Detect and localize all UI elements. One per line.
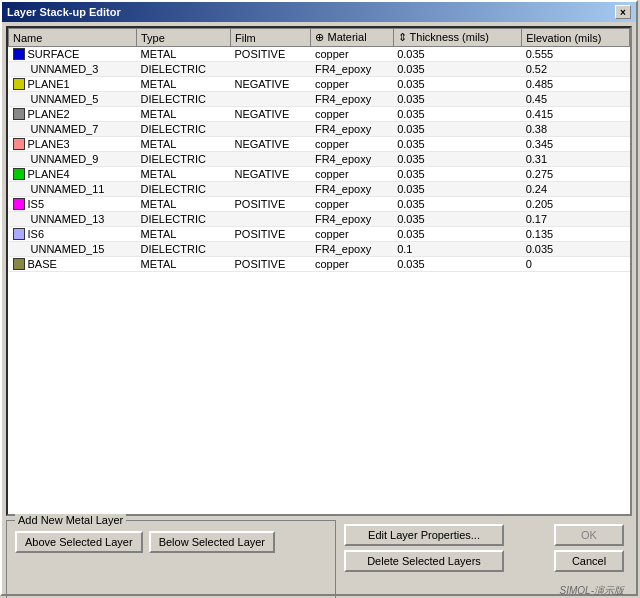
layer-type: DIELECTRIC <box>137 212 231 227</box>
col-header-material: ⊕ Material <box>311 29 393 47</box>
layer-material: copper <box>311 227 393 242</box>
layer-film <box>230 92 310 107</box>
table-row[interactable]: PLANE1METALNEGATIVEcopper0.0350.485 <box>9 77 630 92</box>
layer-material: FR4_epoxy <box>311 212 393 227</box>
table-body: SURFACEMETALPOSITIVEcopper0.0350.555UNNA… <box>9 47 630 272</box>
layer-thickness: 0.035 <box>393 257 521 272</box>
layer-type: METAL <box>137 197 231 212</box>
layer-film: NEGATIVE <box>230 77 310 92</box>
edit-properties-button[interactable]: Edit Layer Properties... <box>344 524 504 546</box>
layer-thickness: 0.035 <box>393 182 521 197</box>
layer-type: METAL <box>137 167 231 182</box>
layer-film: POSITIVE <box>230 227 310 242</box>
below-selected-button[interactable]: Below Selected Layer <box>149 531 275 553</box>
layer-material: FR4_epoxy <box>311 182 393 197</box>
ok-cancel-buttons: OK Cancel <box>554 524 624 572</box>
layer-name: IS5 <box>28 198 45 210</box>
layer-film: POSITIVE <box>230 47 310 62</box>
layer-material: FR4_epoxy <box>311 92 393 107</box>
layer-thickness: 0.035 <box>393 47 521 62</box>
layer-elevation: 0 <box>522 257 630 272</box>
layer-name: UNNAMED_13 <box>31 213 105 225</box>
layer-film <box>230 182 310 197</box>
layer-name: PLANE2 <box>28 108 70 120</box>
layer-thickness: 0.035 <box>393 212 521 227</box>
layer-material: copper <box>311 167 393 182</box>
table-row[interactable]: IS5METALPOSITIVEcopper0.0350.205 <box>9 197 630 212</box>
layer-elevation: 0.17 <box>522 212 630 227</box>
layer-type: DIELECTRIC <box>137 92 231 107</box>
table-row[interactable]: UNNAMED_11DIELECTRICFR4_epoxy0.0350.24 <box>9 182 630 197</box>
layer-thickness: 0.035 <box>393 152 521 167</box>
layer-elevation: 0.415 <box>522 107 630 122</box>
layer-elevation: 0.31 <box>522 152 630 167</box>
layer-name: SURFACE <box>28 48 80 60</box>
table-row[interactable]: BASEMETALPOSITIVEcopper0.0350 <box>9 257 630 272</box>
cancel-button[interactable]: Cancel <box>554 550 624 572</box>
table-row[interactable]: UNNAMED_13DIELECTRICFR4_epoxy0.0350.17 <box>9 212 630 227</box>
layer-material: FR4_epoxy <box>311 62 393 77</box>
col-header-thickness: ⇕ Thickness (mils) <box>393 29 521 47</box>
layer-name: BASE <box>28 258 57 270</box>
layer-name: UNNAMED_11 <box>31 183 105 195</box>
layer-film: POSITIVE <box>230 257 310 272</box>
close-button[interactable]: × <box>615 5 631 19</box>
layer-elevation: 0.24 <box>522 182 630 197</box>
color-swatch <box>13 258 25 270</box>
table-row[interactable]: IS6METALPOSITIVEcopper0.0350.135 <box>9 227 630 242</box>
layer-type: METAL <box>137 107 231 122</box>
layer-film <box>230 122 310 137</box>
layer-film: NEGATIVE <box>230 107 310 122</box>
layer-material: copper <box>311 197 393 212</box>
right-buttons: Edit Layer Properties... Delete Selected… <box>344 524 504 592</box>
table-row[interactable]: UNNAMED_7DIELECTRICFR4_epoxy0.0350.38 <box>9 122 630 137</box>
layer-name: PLANE3 <box>28 138 70 150</box>
layer-type: DIELECTRIC <box>137 152 231 167</box>
layer-film: NEGATIVE <box>230 167 310 182</box>
layer-type: DIELECTRIC <box>137 182 231 197</box>
layer-material: copper <box>311 257 393 272</box>
above-selected-button[interactable]: Above Selected Layer <box>15 531 143 553</box>
layer-type: DIELECTRIC <box>137 122 231 137</box>
color-swatch <box>13 168 25 180</box>
layer-name: UNNAMED_5 <box>31 93 99 105</box>
col-header-elevation: Elevation (mils) <box>522 29 630 47</box>
layer-table: Name Type Film ⊕ Material ⇕ Thickness (m… <box>8 28 630 272</box>
layer-thickness: 0.035 <box>393 122 521 137</box>
layer-elevation: 0.38 <box>522 122 630 137</box>
table-row[interactable]: SURFACEMETALPOSITIVEcopper0.0350.555 <box>9 47 630 62</box>
add-layer-group: Add New Metal Layer Above Selected Layer… <box>6 520 336 598</box>
layer-elevation: 0.485 <box>522 77 630 92</box>
table-row[interactable]: UNNAMED_15DIELECTRICFR4_epoxy0.10.035 <box>9 242 630 257</box>
bottom-area: Add New Metal Layer Above Selected Layer… <box>6 520 632 598</box>
ok-button[interactable]: OK <box>554 524 624 546</box>
layer-thickness: 0.035 <box>393 197 521 212</box>
layer-film <box>230 152 310 167</box>
color-swatch <box>13 108 25 120</box>
table-row[interactable]: PLANE3METALNEGATIVEcopper0.0350.345 <box>9 137 630 152</box>
layer-elevation: 0.45 <box>522 92 630 107</box>
layer-material: FR4_epoxy <box>311 122 393 137</box>
table-row[interactable]: UNNAMED_5DIELECTRICFR4_epoxy0.0350.45 <box>9 92 630 107</box>
add-layer-buttons: Above Selected Layer Below Selected Laye… <box>15 531 327 553</box>
title-bar: Layer Stack-up Editor × <box>2 2 636 22</box>
table-row[interactable]: PLANE4METALNEGATIVEcopper0.0350.275 <box>9 167 630 182</box>
color-swatch <box>13 78 25 90</box>
watermark: SIMOL-演示版 <box>560 584 624 598</box>
window-title: Layer Stack-up Editor <box>7 6 121 18</box>
table-row[interactable]: PLANE2METALNEGATIVEcopper0.0350.415 <box>9 107 630 122</box>
layer-film <box>230 242 310 257</box>
table-row[interactable]: UNNAMED_3DIELECTRICFR4_epoxy0.0350.52 <box>9 62 630 77</box>
layer-thickness: 0.035 <box>393 77 521 92</box>
layer-elevation: 0.035 <box>522 242 630 257</box>
layer-material: copper <box>311 107 393 122</box>
layer-name: UNNAMED_7 <box>31 123 99 135</box>
layer-thickness: 0.1 <box>393 242 521 257</box>
layer-type: METAL <box>137 77 231 92</box>
delete-layers-button[interactable]: Delete Selected Layers <box>344 550 504 572</box>
layer-name: PLANE1 <box>28 78 70 90</box>
layer-type: METAL <box>137 137 231 152</box>
layer-table-container[interactable]: Name Type Film ⊕ Material ⇕ Thickness (m… <box>6 26 632 516</box>
color-swatch <box>13 48 25 60</box>
table-row[interactable]: UNNAMED_9DIELECTRICFR4_epoxy0.0350.31 <box>9 152 630 167</box>
